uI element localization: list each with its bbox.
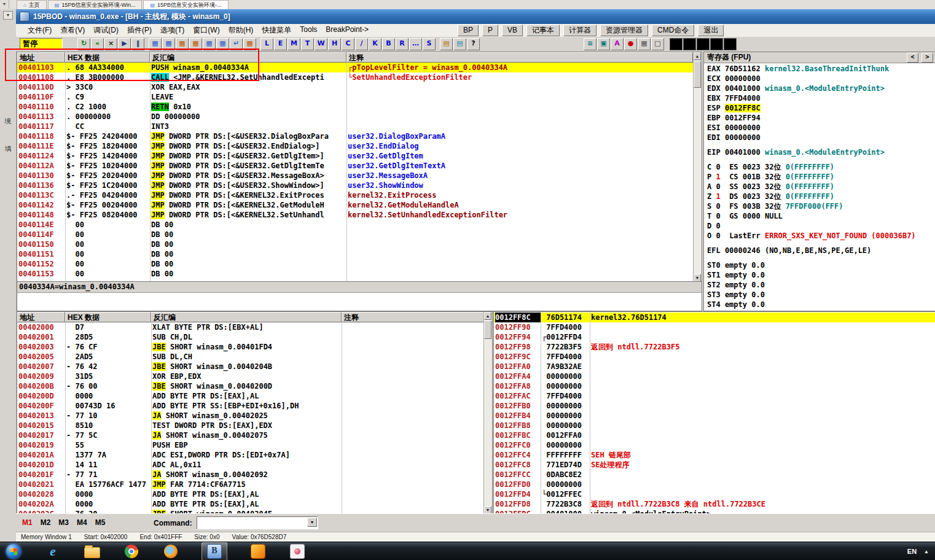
eflags-row[interactable]: EFL 00000246 (NO,NB,E,BE,NS,PE,GE,LE)	[707, 246, 934, 255]
register-row[interactable]: ESP 0012FF8C	[707, 103, 934, 113]
taskbar-file-explorer-icon[interactable]	[84, 543, 101, 560]
disasm-row[interactable]: 00402015 8510TEST DWORD PTR DS:[EAX],EDX	[17, 421, 484, 430]
trace-into-icon[interactable]: ▦	[203, 38, 216, 50]
disasm-row[interactable]: 0040200D 0000ADD BYTE PTR DS:[EAX],AL	[17, 391, 484, 401]
register-row[interactable]: EDX 00401000 winasm_0.<ModuleEntryPoint>	[707, 84, 934, 93]
register-row[interactable]: C 0 ES 0023 32位 0(FFFFFFFF)	[707, 162, 934, 172]
stack-row[interactable]: 0012FF94┌0012FFD4	[494, 332, 935, 342]
register-row[interactable]: A 0 SS 0023 32位 0(FFFFFFFF)	[707, 182, 934, 192]
disasm-row[interactable]: 00401124$- FF25 14204000JMP DWORD PTR DS…	[17, 151, 693, 161]
plugin-window-icon[interactable]: ▣	[597, 38, 610, 50]
disasm-row[interactable]: 00402003- 76 CFJBE SHORT winasm_0.00401F…	[17, 342, 484, 352]
browser-tab[interactable]: ⌂主页	[17, 0, 47, 9]
disassembly-scrollbar[interactable]: ▲ ▼	[693, 52, 702, 282]
stack-row[interactable]: 0012FFD4└0012FFEC	[494, 489, 935, 499]
color-swatch-1[interactable]	[670, 38, 683, 50]
stack-row[interactable]: 0012FFAC 7FFD4000	[494, 391, 935, 401]
disasm-row[interactable]: 00401153 00DB 00	[17, 269, 693, 279]
close-program-icon[interactable]: ×	[104, 38, 117, 50]
plugin-list-icon[interactable]: ≡	[584, 38, 597, 50]
color-swatch-3[interactable]	[697, 38, 710, 50]
threads-window-button[interactable]: T	[301, 38, 314, 50]
register-row[interactable]: D 0	[707, 221, 934, 231]
executables-window-button[interactable]: E	[274, 38, 287, 50]
menu-action-button[interactable]: CMD命令	[652, 25, 694, 36]
windows-window-button[interactable]: W	[315, 38, 327, 50]
color-swatch-2[interactable]	[683, 38, 696, 50]
browser-tab[interactable]: ▤15PB信息安全实验环境-Win...	[48, 0, 143, 9]
language-indicator[interactable]: EN	[907, 548, 917, 555]
appearance-icon[interactable]: ▤	[453, 38, 466, 50]
disasm-row[interactable]: 00402005 2AD5SUB DL,CH	[17, 352, 484, 362]
menu-action-button[interactable]: 计算器	[563, 25, 597, 36]
disasm-row[interactable]: 00401130$- FF25 20204000JMP DWORD PTR DS…	[17, 171, 693, 181]
command-input[interactable]: ▼	[197, 516, 318, 529]
stack-row[interactable]: 0012FFA0 7A9B32AE	[494, 362, 935, 371]
plugin-assembler-icon[interactable]: A	[611, 38, 624, 50]
stack-row[interactable]: 0012FFCC 0DABC8E2	[494, 470, 935, 480]
memory-window-tab[interactable]: M4	[77, 518, 87, 527]
memory-window-tab[interactable]: M5	[95, 518, 106, 527]
disasm-row[interactable]: 00401118$- FF25 24204000JMP DWORD PTR DS…	[17, 131, 693, 141]
run-trace-window-button[interactable]: …	[409, 38, 422, 50]
disasm-row[interactable]: 00402021 EA 15776ACF 1477JMP FAR 7714:CF…	[17, 480, 484, 489]
stack-row[interactable]: 0012FFA4 00000000	[494, 371, 935, 381]
info-pane-line[interactable]: 0040334A=winasm_0.0040334A	[17, 282, 702, 293]
taskbar-media-tool-icon[interactable]	[249, 543, 267, 560]
color-swatch-4[interactable]	[710, 38, 723, 50]
stack-row[interactable]: 0012FFC8 771ED74DSE处理程序	[494, 460, 935, 470]
disasm-row[interactable]: 0040200B- 76 00JBE SHORT winasm_0.004020…	[17, 381, 484, 391]
menu-action-button[interactable]: VB	[502, 25, 523, 36]
taskbar-debugger-icon[interactable]: B	[201, 542, 227, 560]
step-into-icon[interactable]: ▦	[149, 38, 162, 50]
register-row[interactable]: EDI 00000000	[707, 133, 934, 142]
disasm-row[interactable]: 00401150 00DB 00	[17, 239, 693, 249]
column-header[interactable]: 注释	[346, 52, 693, 63]
stack-row[interactable]: 0012FFB8 00000000	[494, 421, 935, 430]
stack-row[interactable]: 0012FF9C 7FFD4000	[494, 352, 935, 362]
log-window-button[interactable]: L	[260, 38, 273, 50]
patches-window-button[interactable]: /	[355, 38, 368, 50]
menu-item[interactable]: 窗口(W)	[189, 24, 224, 37]
menu-action-button[interactable]: 资源管理器	[600, 25, 648, 36]
handles-window-button[interactable]: H	[328, 38, 341, 50]
disasm-row[interactable]: 0040114E 00DB 00	[17, 220, 693, 230]
source-window-button[interactable]: S	[423, 38, 436, 50]
disasm-row[interactable]: 00402001 28D5SUB CH,DL	[17, 332, 484, 342]
disasm-row[interactable]: 00402017- 77 5CJA SHORT winasm_0.0040207…	[17, 430, 484, 440]
menu-item[interactable]: 帮助(H)	[224, 24, 258, 37]
disasm-row[interactable]: 00401148$- FF25 08204000JMP DWORD PTR DS…	[17, 210, 693, 220]
goto-address-icon[interactable]: ▦	[243, 38, 256, 50]
register-row[interactable]: EAX 76D51162 kernel32.BaseThreadInitThun…	[707, 64, 934, 74]
menu-item[interactable]: 查看(V)	[56, 24, 89, 37]
disasm-row[interactable]: 00401151 00DB 00	[17, 249, 693, 259]
help-icon[interactable]: ?	[467, 38, 480, 50]
register-row[interactable]: O 0 LastErr ERROR_SXS_KEY_NOT_FOUND (000…	[707, 231, 934, 241]
disasm-row[interactable]: 0040112A$- FF25 10204000JMP DWORD PTR DS…	[17, 161, 693, 171]
disasm-row[interactable]: 00402007- 76 42JBE SHORT winasm_0.004020…	[17, 362, 484, 371]
disasm-row[interactable]: 0040201F- 77 71JA SHORT winasm_0.0040209…	[17, 470, 484, 480]
register-row[interactable]: EBP 0012FF94	[707, 113, 934, 123]
cpu-window-button[interactable]: C	[342, 38, 354, 50]
disasm-row[interactable]: 00401152 00DB 00	[17, 259, 693, 269]
stack-row[interactable]: 0012FF90 7FFD4000	[494, 322, 935, 332]
memory-window-tab[interactable]: M3	[58, 518, 69, 527]
menu-action-button[interactable]: P	[482, 25, 498, 36]
restart-icon[interactable]: ↻	[77, 38, 90, 50]
registers-nav-button[interactable]: <	[907, 53, 918, 63]
register-row[interactable]: ECX 00000000	[707, 74, 934, 84]
step-over-icon[interactable]: ▦	[162, 38, 175, 50]
menu-item[interactable]: Tools	[295, 24, 321, 37]
column-header[interactable]: HEX 数据	[65, 52, 150, 63]
menu-item[interactable]: 选项(T)	[156, 24, 189, 37]
fpu-register-row[interactable]: ST4 empty 0.0	[707, 300, 934, 309]
tray-expand-icon[interactable]: ▲	[924, 549, 929, 554]
register-row[interactable]: EBX 7FFD4000	[707, 93, 934, 103]
disasm-row[interactable]: 0040110D> 33C0XOR EAX,EAX	[17, 82, 693, 92]
disasm-row[interactable]: 00401113. 00000000DD 00000000	[17, 112, 693, 122]
stack-row[interactable]: 0012FFC4 FFFFFFFFSEH 链尾部	[494, 450, 935, 460]
column-header[interactable]: 反汇编	[151, 312, 342, 322]
command-dropdown-icon[interactable]: ▼	[307, 518, 317, 527]
fpu-register-row[interactable]: ST0 empty 0.0	[707, 260, 934, 270]
disasm-row[interactable]: 00401136$- FF25 1C204000JMP DWORD PTR DS…	[17, 181, 693, 190]
